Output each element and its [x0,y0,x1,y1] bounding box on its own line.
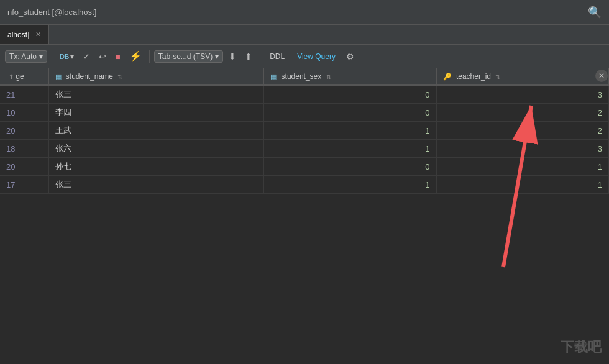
format-label: Tab-se...d (TSV) [158,52,213,61]
cell-rownum: 20 [0,122,48,140]
grid-icon-sex: ▦ [270,73,277,81]
ddl-label: DDL [270,52,285,61]
toolbar-sep-2 [149,50,150,63]
toolbar: Tx: Auto ▾ DB ▾ ✓ ↩ ■ ⚡ Tab-se...d (TSV)… [0,45,609,68]
view-query-label: View Query [297,52,336,61]
title-bar: nfo_student [@localhost] 🔍 [0,0,609,25]
cell-sex: 0 [264,85,436,104]
table-row: 10 李四 0 2 [0,104,609,122]
sort-icon-teacher: ⇅ [495,73,500,80]
cell-teacher: 1 [436,158,608,176]
tab-label: alhost] [7,30,29,39]
table-close-button[interactable]: ✕ [595,70,608,82]
chevron-down-icon: ▾ [39,52,43,61]
view-query-button[interactable]: View Query [292,50,341,63]
table-body: 21 张三 0 3 10 李四 0 2 20 王武 1 2 18 张六 1 3 … [0,85,609,194]
table-header-row: ⬆ ge ▦ student_name ⇅ ▦ student_sex ⇅ 🔑 … [0,68,609,85]
data-table: ⬆ ge ▦ student_name ⇅ ▦ student_sex ⇅ 🔑 … [0,68,609,194]
chevron-down-icon-db: ▾ [70,52,74,61]
db-icon: DB [60,53,69,60]
checkmark-icon: ✓ [83,52,90,61]
key-icon-teacher: 🔑 [443,73,452,81]
cell-rownum: 21 [0,85,48,104]
table-row: 20 孙七 0 1 [0,158,609,176]
grid-icon-name: ▦ [55,73,62,81]
sort-icon: ⬆ [9,73,14,80]
table-container: ✕ ⬆ ge ▦ student_name ⇅ ▦ student_sex ⇅ [0,68,609,364]
cell-rownum: 17 [0,176,48,194]
format-dropdown[interactable]: Tab-se...d (TSV) ▾ [154,50,223,63]
cell-rownum: 20 [0,158,48,176]
cell-name: 张三 [48,176,264,194]
cell-teacher: 3 [436,140,608,158]
col-header-rownum[interactable]: ⬆ ge [0,68,48,85]
sort-icon-name: ⇅ [117,73,122,80]
table-row: 21 张三 0 3 [0,85,609,104]
cell-teacher: 3 [436,85,608,104]
db-icon-button[interactable]: DB ▾ [57,50,77,63]
cell-teacher: 1 [436,176,608,194]
export-button[interactable]: ⬇ [226,50,239,63]
col-header-student-sex[interactable]: ▦ student_sex ⇅ [264,68,436,85]
watermark: 下载吧 [561,338,602,357]
chevron-down-icon-fmt: ▾ [215,52,219,61]
tab-close-icon[interactable]: ✕ [35,30,41,39]
cell-rownum: 18 [0,140,48,158]
download-icon: ⬇ [229,52,236,61]
tab-main[interactable]: alhost] ✕ [0,25,49,44]
toolbar-sep-1 [52,50,52,63]
filter-button[interactable]: ⬆ [242,50,255,63]
stop-icon: ■ [115,52,120,61]
table-row: 18 张六 1 3 [0,140,609,158]
tx-label: Tx: Auto [9,52,37,61]
commit-button[interactable]: ✓ [80,50,93,63]
undo-icon: ↩ [99,52,106,61]
search-icon[interactable]: 🔍 [588,6,602,19]
tab-bar: alhost] ✕ [0,25,609,45]
title-bar-text: nfo_student [@localhost] [7,7,96,17]
table-row: 17 张三 1 1 [0,176,609,194]
tx-dropdown[interactable]: Tx: Auto ▾ [5,50,47,63]
cell-name: 孙七 [48,158,264,176]
toolbar-sep-3 [260,50,260,63]
cell-name: 张三 [48,85,264,104]
cell-rownum: 10 [0,104,48,122]
cell-sex: 1 [264,122,436,140]
cell-teacher: 2 [436,104,608,122]
cell-name: 张六 [48,140,264,158]
gear-icon: ⚙ [346,52,354,61]
filter-icon: ⬆ [245,52,252,61]
cell-name: 李四 [48,104,264,122]
stop-button[interactable]: ■ [112,50,123,63]
col-header-student-name[interactable]: ▦ student_name ⇅ [48,68,264,85]
settings-button[interactable]: ⚙ [343,50,357,63]
cell-sex: 0 [264,158,436,176]
cell-sex: 1 [264,140,436,158]
cell-sex: 0 [264,104,436,122]
col-header-teacher-id[interactable]: 🔑 teacher_id ⇅ [436,68,608,85]
lightning-icon: ⚡ [129,50,142,62]
sort-icon-sex: ⇅ [326,73,331,80]
ddl-button[interactable]: DDL [265,50,290,63]
cell-name: 王武 [48,122,264,140]
table-row: 20 王武 1 2 [0,122,609,140]
cell-teacher: 2 [436,122,608,140]
cell-sex: 1 [264,176,436,194]
run-button[interactable]: ⚡ [126,48,145,64]
rollback-button[interactable]: ↩ [96,50,109,63]
